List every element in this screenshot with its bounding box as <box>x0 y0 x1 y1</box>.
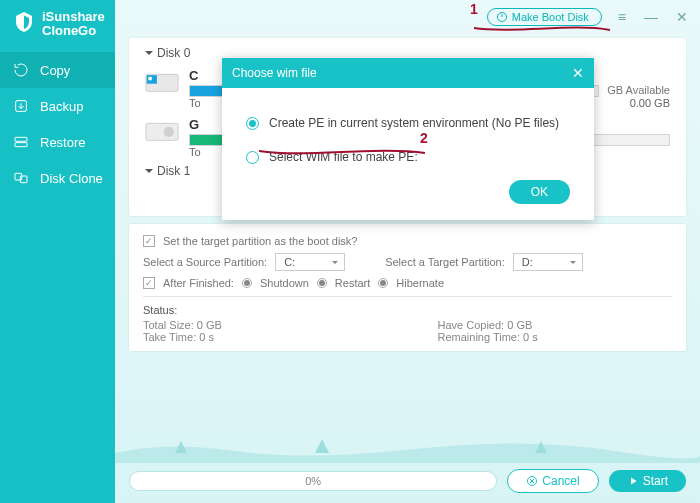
radio-select-wim[interactable] <box>246 151 259 164</box>
radio-create-pe[interactable] <box>246 117 259 130</box>
drive-c-icon <box>145 68 179 96</box>
radio-shutdown[interactable] <box>242 278 252 288</box>
minimize-button[interactable]: — <box>640 9 662 25</box>
cancel-icon <box>526 475 538 487</box>
power-icon <box>496 11 508 23</box>
remaining-time: Remaining Time: 0 s <box>438 331 673 343</box>
take-time: Take Time: 0 s <box>143 331 378 343</box>
nav-restore[interactable]: Restore <box>0 124 115 160</box>
total-size: Total Size: 0 GB <box>143 319 378 331</box>
dialog-title: Choose wim file <box>232 66 317 80</box>
topbar: Make Boot Disk ≡ — ✕ <box>115 0 700 34</box>
scenery-decoration <box>115 433 700 463</box>
have-copied: Have Copied: 0 GB <box>438 319 673 331</box>
boot-label: Make Boot Disk <box>512 11 589 23</box>
bottom-bar: 0% Cancel Start <box>129 469 686 493</box>
source-label: Select a Source Partition: <box>143 256 267 268</box>
radio-restart[interactable] <box>317 278 327 288</box>
make-boot-disk-button[interactable]: Make Boot Disk <box>487 8 602 26</box>
brand-icon <box>12 10 36 38</box>
play-icon <box>627 475 639 487</box>
target-label: Select a Target Partition: <box>385 256 505 268</box>
start-button[interactable]: Start <box>609 470 686 492</box>
menu-button[interactable]: ≡ <box>614 9 630 25</box>
status-label: Status: <box>143 304 177 316</box>
option-select-wim-label: Select WIM file to make PE: <box>269 150 418 164</box>
close-button[interactable]: ✕ <box>672 9 692 25</box>
drive-c-avail: GB Available <box>607 84 670 96</box>
dialog-close-icon[interactable]: ✕ <box>572 65 584 81</box>
nav-label: Disk Clone <box>40 171 103 186</box>
settings-panel: Set the target partition as the boot dis… <box>129 224 686 351</box>
svg-rect-8 <box>148 77 151 80</box>
brand-text: iSunshare CloneGo <box>42 10 105 38</box>
nav-label: Restore <box>40 135 86 150</box>
nav-backup[interactable]: Backup <box>0 88 115 124</box>
source-select[interactable]: C: <box>275 253 345 271</box>
after-finished-label: After Finished: <box>163 277 234 289</box>
app-logo: iSunshare CloneGo <box>0 0 115 52</box>
disk-clone-icon <box>12 170 30 186</box>
dialog-titlebar: Choose wim file ✕ <box>222 58 594 88</box>
restore-icon <box>12 134 30 150</box>
sidebar: iSunshare CloneGo Copy Backup Restore Di… <box>0 0 115 503</box>
set-target-label: Set the target partition as the boot dis… <box>163 235 357 247</box>
target-select[interactable]: D: <box>513 253 583 271</box>
nav-label: Backup <box>40 99 83 114</box>
radio-hibernate[interactable] <box>378 278 388 288</box>
nav-disk-clone[interactable]: Disk Clone <box>0 160 115 196</box>
choose-wim-dialog: Choose wim file ✕ Create PE in current s… <box>222 58 594 220</box>
svg-rect-2 <box>15 143 27 147</box>
nav-copy[interactable]: Copy <box>0 52 115 88</box>
set-target-checkbox[interactable] <box>143 235 155 247</box>
progress-bar: 0% <box>129 471 497 491</box>
option-create-pe[interactable]: Create PE in current system environment … <box>246 106 570 140</box>
copy-icon <box>12 62 30 78</box>
backup-icon <box>12 98 30 114</box>
drive-g-icon <box>145 117 179 145</box>
window-controls: ≡ — ✕ <box>614 9 692 25</box>
cancel-button[interactable]: Cancel <box>507 469 598 493</box>
ok-button[interactable]: OK <box>509 180 570 204</box>
svg-rect-1 <box>15 137 27 141</box>
option-create-pe-label: Create PE in current system environment … <box>269 116 559 130</box>
option-select-wim[interactable]: Select WIM file to make PE: <box>246 140 570 174</box>
svg-point-10 <box>164 127 174 137</box>
after-finished-checkbox[interactable] <box>143 277 155 289</box>
nav-label: Copy <box>40 63 70 78</box>
